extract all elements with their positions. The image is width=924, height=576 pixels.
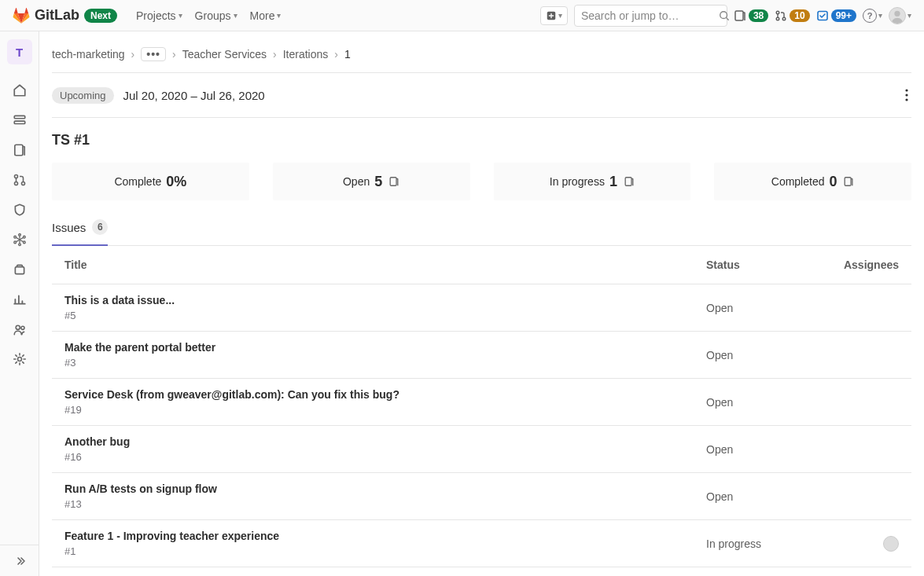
sidebar-item-analytics[interactable] xyxy=(6,286,33,313)
svg-rect-9 xyxy=(14,121,25,123)
sidebar-item-home[interactable] xyxy=(6,77,33,104)
tab-count: 6 xyxy=(92,219,108,235)
stat-in-progress[interactable]: In progress 1 xyxy=(494,163,691,200)
iteration-header: Upcoming Jul 20, 2020 – Jul 26, 2020 xyxy=(52,72,911,118)
breadcrumb-group[interactable]: Teacher Services xyxy=(182,48,267,61)
stat-open[interactable]: Open 5 xyxy=(273,163,470,200)
main-content: tech-marketing › ••• › Teacher Services … xyxy=(39,31,924,576)
svg-point-23 xyxy=(20,326,24,329)
svg-rect-28 xyxy=(390,178,396,186)
svg-point-25 xyxy=(905,89,907,91)
svg-point-22 xyxy=(16,325,20,329)
chevron-down-icon: ▾ xyxy=(907,11,911,20)
sidebar-item-members[interactable] xyxy=(6,316,33,343)
sidebar-item-settings[interactable] xyxy=(6,346,33,372)
stat-label: In progress xyxy=(550,175,605,188)
tab-issues[interactable]: Issues 6 xyxy=(52,219,108,246)
avatar xyxy=(889,7,906,24)
user-menu[interactable]: ▾ xyxy=(889,7,911,24)
svg-point-24 xyxy=(17,358,21,361)
breadcrumb-current: 1 xyxy=(344,48,351,61)
breadcrumb-root[interactable]: tech-marketing xyxy=(52,48,125,61)
next-badge[interactable]: Next xyxy=(84,9,117,23)
chevron-right-icon: › xyxy=(131,48,135,61)
svg-point-5 xyxy=(782,17,786,20)
col-header-assignees: Assignees xyxy=(840,259,899,271)
search-icon xyxy=(719,10,730,21)
issue-ref: #5 xyxy=(64,310,706,321)
sidebar-item-security[interactable] xyxy=(6,196,33,223)
issue-title[interactable]: Make the parent portal better xyxy=(64,341,706,354)
breadcrumb-section[interactable]: Iterations xyxy=(283,48,329,61)
sidebar-item-issues[interactable] xyxy=(6,137,33,163)
help-button[interactable]: ? ▾ xyxy=(863,9,882,23)
sidebar-item-epics[interactable] xyxy=(6,107,33,134)
table-row: Feature 1 - Improving teacher experience… xyxy=(52,520,911,567)
sidebar-collapse-button[interactable] xyxy=(0,545,39,576)
svg-point-15 xyxy=(18,233,20,236)
svg-point-4 xyxy=(776,17,779,20)
issues-counter[interactable]: 38 xyxy=(734,9,768,22)
nav-more[interactable]: More ▾ xyxy=(250,9,282,22)
svg-rect-30 xyxy=(845,178,852,186)
stat-complete: Complete 0% xyxy=(52,163,249,200)
plus-icon xyxy=(546,10,557,21)
svg-point-7 xyxy=(894,10,900,16)
merge-requests-counter[interactable]: 10 xyxy=(775,9,809,22)
issue-list: This is a data issue...#5OpenMake the pa… xyxy=(52,284,911,567)
search-input[interactable] xyxy=(581,9,719,22)
svg-point-13 xyxy=(21,182,24,185)
issue-title[interactable]: Feature 1 - Improving teacher experience xyxy=(64,530,706,542)
issues-icon xyxy=(734,9,746,22)
todo-icon xyxy=(816,9,829,22)
primary-nav: Projects ▾ Groups ▾ More ▾ xyxy=(136,9,281,22)
svg-point-17 xyxy=(13,236,16,238)
stats-row: Complete 0% Open 5 In progress 1 xyxy=(52,163,911,200)
chevron-right-icon: › xyxy=(334,48,338,61)
issue-ref: #16 xyxy=(64,451,706,463)
issue-title[interactable]: Service Desk (from gweaver@gitlab.com): … xyxy=(64,388,706,401)
tab-label: Issues xyxy=(52,221,86,234)
issues-icon xyxy=(388,176,399,187)
assignee-avatar[interactable] xyxy=(883,536,899,552)
issues-icon xyxy=(843,176,854,187)
iteration-actions-button[interactable] xyxy=(902,86,911,105)
brand[interactable]: GitLab Next xyxy=(13,7,117,24)
issue-ref: #3 xyxy=(64,357,706,369)
chevron-down-icon: ▾ xyxy=(558,11,562,20)
issue-title[interactable]: This is a data issue... xyxy=(64,294,706,306)
issue-status: Open xyxy=(706,396,840,409)
issue-ref: #19 xyxy=(64,404,706,416)
sidebar-item-packages[interactable] xyxy=(6,256,33,283)
table-row: Service Desk (from gweaver@gitlab.com): … xyxy=(52,379,911,426)
nav-groups[interactable]: Groups ▾ xyxy=(195,9,237,22)
chevron-right-icon: › xyxy=(172,48,176,61)
issue-title[interactable]: Another bug xyxy=(64,435,706,448)
nav-more-label: More xyxy=(250,9,275,22)
issue-status: Open xyxy=(706,490,840,503)
global-search[interactable] xyxy=(574,5,727,27)
nav-projects[interactable]: Projects ▾ xyxy=(136,9,182,22)
create-new-button[interactable]: ▾ xyxy=(540,6,568,25)
svg-point-27 xyxy=(905,98,907,101)
col-header-title: Title xyxy=(64,259,706,271)
breadcrumb-ellipsis[interactable]: ••• xyxy=(141,47,166,61)
status-badge: Upcoming xyxy=(52,87,114,104)
svg-rect-2 xyxy=(735,11,743,20)
chevron-down-icon: ▾ xyxy=(179,11,182,20)
stat-completed[interactable]: Completed 0 xyxy=(714,163,911,200)
sidebar-item-merge-requests[interactable] xyxy=(6,167,33,193)
issue-title[interactable]: Run A/B tests on signup flow xyxy=(64,482,706,495)
sidebar-item-kubernetes[interactable] xyxy=(6,226,33,253)
issue-ref: #13 xyxy=(64,498,706,510)
col-header-status: Status xyxy=(706,259,840,271)
stat-label: Open xyxy=(343,175,370,188)
issues-icon xyxy=(624,176,635,187)
todos-counter[interactable]: 99+ xyxy=(816,9,856,22)
page-title: TS #1 xyxy=(52,132,911,149)
svg-point-20 xyxy=(23,241,25,244)
tabs: Issues 6 xyxy=(52,219,911,246)
project-avatar[interactable]: T xyxy=(7,39,32,64)
svg-rect-29 xyxy=(625,178,631,186)
svg-point-18 xyxy=(23,236,25,238)
